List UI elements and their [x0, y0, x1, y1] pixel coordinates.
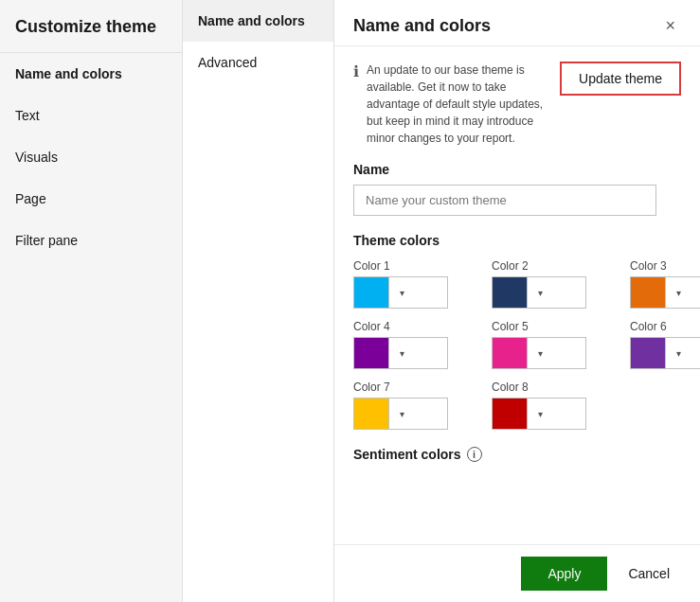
color-label-color2: Color 2: [492, 259, 615, 273]
color-label-color6: Color 6: [630, 320, 700, 333]
color-label-color7: Color 7: [353, 381, 476, 394]
sidebar: Customize theme Name and colorsTextVisua…: [0, 0, 183, 602]
info-banner: ℹ An update to our base theme is availab…: [353, 62, 681, 147]
color-swatch-color7: [354, 398, 388, 429]
color-picker-color6[interactable]: ▾: [630, 337, 700, 369]
color-picker-color1[interactable]: ▾: [353, 276, 448, 309]
info-banner-text: An update to our base theme is available…: [367, 62, 552, 147]
sentiment-label: Sentiment colors: [353, 447, 461, 462]
sidebar-items-container: Name and colorsTextVisualsPageFilter pan…: [0, 53, 182, 261]
color-item-color4: Color 4▾: [353, 320, 476, 369]
color-swatch-color3: [631, 277, 665, 308]
color-dropdown-arrow-color7[interactable]: ▾: [388, 398, 415, 429]
theme-colors-section: Theme colors Color 1▾Color 2▾Color 3▾Col…: [353, 233, 681, 430]
info-icon: ℹ: [353, 62, 359, 80]
main-content: ℹ An update to our base theme is availab…: [334, 46, 700, 544]
center-panel: Name and colorsAdvanced: [183, 0, 334, 602]
sidebar-title: Customize theme: [0, 0, 182, 53]
sidebar-item-text[interactable]: Text: [0, 95, 182, 136]
color-swatch-color1: [354, 277, 388, 308]
color-dropdown-arrow-color3[interactable]: ▾: [665, 277, 691, 308]
sidebar-item-page[interactable]: Page: [0, 178, 182, 220]
close-button[interactable]: ×: [659, 15, 681, 36]
color-label-color4: Color 4: [353, 320, 476, 333]
name-section: Name: [353, 162, 681, 233]
color-grid: Color 1▾Color 2▾Color 3▾Color 4▾Color 5▾…: [353, 259, 681, 430]
color-swatch-color8: [493, 398, 527, 429]
color-swatch-color2: [493, 277, 527, 308]
color-picker-color7[interactable]: ▾: [353, 398, 448, 430]
color-picker-color4[interactable]: ▾: [353, 337, 448, 369]
sidebar-item-name-and-colors[interactable]: Name and colors: [0, 53, 182, 95]
color-item-color3: Color 3▾: [630, 259, 700, 309]
center-tabs-container: Name and colorsAdvanced: [183, 0, 333, 83]
color-label-color1: Color 1: [353, 259, 476, 273]
color-swatch-color6: [631, 338, 665, 368]
color-item-color7: Color 7▾: [353, 381, 476, 430]
color-item-color6: Color 6▾: [630, 320, 700, 369]
sidebar-item-filter-pane[interactable]: Filter pane: [0, 220, 182, 261]
color-dropdown-arrow-color5[interactable]: ▾: [527, 338, 553, 368]
color-label-color8: Color 8: [492, 381, 615, 394]
color-item-color1: Color 1▾: [353, 259, 476, 309]
color-picker-color5[interactable]: ▾: [492, 337, 586, 369]
color-label-color5: Color 5: [492, 320, 615, 333]
color-dropdown-arrow-color6[interactable]: ▾: [665, 338, 691, 368]
color-dropdown-arrow-color8[interactable]: ▾: [527, 398, 553, 429]
name-section-label: Name: [353, 162, 681, 177]
color-swatch-color5: [493, 338, 527, 368]
sentiment-info-icon: i: [467, 447, 482, 462]
main-footer: Apply Cancel: [334, 544, 700, 602]
color-item-color8: Color 8▾: [492, 381, 615, 430]
theme-colors-label: Theme colors: [353, 233, 681, 248]
color-picker-color2[interactable]: ▾: [492, 276, 586, 309]
color-swatch-color4: [354, 338, 388, 368]
color-label-color3: Color 3: [630, 259, 700, 273]
color-picker-color8[interactable]: ▾: [492, 398, 586, 430]
cancel-button[interactable]: Cancel: [617, 557, 681, 591]
main-panel-title: Name and colors: [353, 16, 491, 36]
theme-name-input[interactable]: [353, 185, 656, 216]
sentiment-colors-section: Sentiment colors i: [353, 447, 681, 462]
update-theme-button[interactable]: Update theme: [560, 62, 681, 96]
tab-advanced[interactable]: Advanced: [183, 42, 333, 83]
main-panel: Name and colors × ℹ An update to our bas…: [334, 0, 700, 602]
apply-button[interactable]: Apply: [521, 557, 607, 591]
tab-name-and-colors[interactable]: Name and colors: [183, 0, 333, 42]
color-item-color5: Color 5▾: [492, 320, 615, 369]
color-dropdown-arrow-color4[interactable]: ▾: [388, 338, 415, 368]
color-dropdown-arrow-color2[interactable]: ▾: [527, 277, 553, 308]
color-dropdown-arrow-color1[interactable]: ▾: [388, 277, 415, 308]
main-header: Name and colors ×: [334, 0, 700, 46]
sidebar-item-visuals[interactable]: Visuals: [0, 136, 182, 178]
color-picker-color3[interactable]: ▾: [630, 276, 700, 309]
color-item-color2: Color 2▾: [492, 259, 615, 309]
